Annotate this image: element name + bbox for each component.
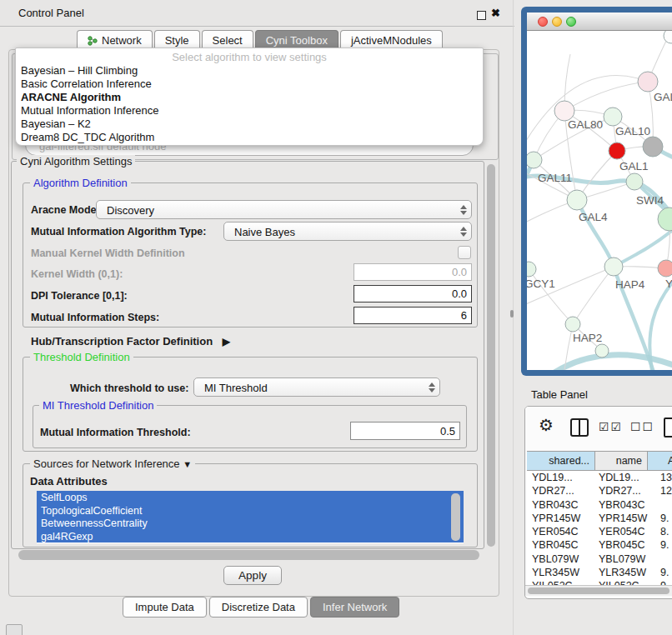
node-gal10 (604, 108, 622, 126)
node-gal-pink (638, 72, 658, 92)
algorithm-definition-title: Algorithm Definition (30, 177, 131, 189)
node-label: Y (665, 278, 672, 290)
table-panel: ⚙ ☑☑ ☐☐ shared... name A YDL19...YDL19..… (524, 406, 672, 599)
aracne-mode-combo[interactable]: Discovery (96, 200, 472, 219)
dropdown-option-selected[interactable]: ARACNE Algorithm (19, 91, 479, 104)
bottom-left-widget[interactable] (6, 624, 23, 635)
column-header[interactable]: name (595, 452, 648, 470)
select-all-checks-icon[interactable]: ☑☑ (599, 420, 623, 433)
data-attributes-label: Data Attributes (30, 475, 108, 488)
hub-definition-toggle[interactable]: Hub/Transcription Factor Definition ▶ (31, 335, 230, 348)
manual-kernel-width-checkbox[interactable] (458, 246, 471, 259)
float-panel-icon[interactable] (477, 11, 486, 20)
table-horizontal-scrollbar[interactable] (525, 585, 672, 596)
mi-threshold-input[interactable] (350, 422, 460, 440)
dropdown-option[interactable]: Dream8 DC_TDC Algorithm (19, 131, 479, 144)
dpi-tolerance-input[interactable] (354, 285, 472, 302)
mi-algorithm-type-combo[interactable]: Naive Bayes (223, 222, 472, 241)
list-item[interactable]: SelfLoops (37, 491, 464, 504)
table-row[interactable]: YBL079WYBL079W (527, 552, 672, 566)
table-row[interactable]: YBR043CYBR043C (527, 498, 672, 512)
tab-infer-network[interactable]: Infer Network (310, 597, 399, 618)
dropdown-option[interactable]: Basic Correlation Inference (19, 78, 479, 91)
close-icon[interactable]: ✖ (491, 7, 500, 19)
mi-steps-label: Mutual Information Steps: (31, 312, 159, 323)
node (664, 31, 672, 43)
node-label: GAL11 (538, 172, 572, 184)
dropdown-placeholder: Select algorithm to view settings (16, 51, 483, 63)
zoom-traffic-light[interactable] (566, 17, 576, 27)
node-gal4 (567, 190, 587, 210)
dropdown-option[interactable]: Bayesian – Hill Climbing (19, 64, 479, 78)
mi-threshold-label: Mutual Information Threshold: (40, 427, 191, 438)
node-swi4 (658, 208, 672, 231)
algorithm-dropdown-popup: Select algorithm to view settings Bayesi… (15, 48, 484, 146)
node-gal11 (527, 152, 542, 168)
deselect-all-checks-icon[interactable]: ☐☐ (630, 420, 654, 433)
table-row[interactable]: YPR145WYPR145W9. (527, 512, 672, 525)
list-item[interactable]: BetweennessCentrality (37, 517, 464, 530)
network-window-titlebar[interactable] (527, 12, 672, 31)
node-gal1-red (609, 142, 625, 159)
close-traffic-light[interactable] (538, 17, 548, 27)
node-label: GAL1 (619, 160, 649, 172)
table-row[interactable]: YDR27...YDR27...12 (527, 484, 672, 498)
node-label: GAL10 (615, 125, 650, 138)
scrollbar-thumb[interactable] (528, 588, 669, 594)
table-row[interactable]: YBR045CYBR045C9. (527, 538, 672, 552)
aracne-mode-label: Aracne Mode: (31, 204, 100, 216)
splitter-handle[interactable] (510, 310, 514, 318)
network-canvas[interactable]: GAL GAL80 GAL10 GAL1 GAL11 GAL4 SWI4 GCY… (527, 31, 672, 370)
apply-button[interactable]: Apply (223, 566, 282, 585)
table-panel-title: Table Panel (531, 388, 588, 401)
node-label: GAL (654, 91, 672, 103)
gear-icon[interactable]: ⚙ (539, 417, 554, 433)
node-hap4 (604, 258, 623, 276)
attributes-scrollbar[interactable] (451, 493, 460, 541)
dropdown-option[interactable]: Bayesian – K2 (19, 118, 479, 131)
document-icon[interactable] (664, 418, 672, 438)
network-icon (88, 36, 98, 48)
network-window: GAL GAL80 GAL10 GAL1 GAL11 GAL4 SWI4 GCY… (527, 12, 672, 370)
table-row[interactable]: YLR345WYLR345W9. (527, 566, 672, 579)
dropdown-option[interactable]: Mutual Information Inference (19, 104, 479, 118)
which-threshold-label: Which threshold to use: (70, 382, 188, 394)
mi-threshold-definition-title: MI Threshold Definition (39, 399, 157, 412)
tab-discretize-data[interactable]: Discretize Data (209, 597, 308, 618)
columns-icon[interactable] (570, 418, 589, 437)
node-label: GAL4 (579, 211, 608, 223)
table-row[interactable]: YER054CYER054C8. (527, 525, 672, 538)
node-gcy1 (527, 262, 536, 277)
mi-algorithm-type-label: Mutual Information Algorithm Type: (31, 226, 206, 238)
combo-arrows-icon (459, 204, 467, 216)
node-label: HAP2 (573, 332, 602, 344)
settings-vertical-scrollbar[interactable] (487, 164, 495, 547)
sources-group-title[interactable]: Sources for Network Inference ▼ (30, 458, 195, 470)
minimize-traffic-light[interactable] (552, 17, 562, 27)
tab-impute-data[interactable]: Impute Data (123, 597, 207, 618)
screen: Control Panel ✖ Network Style Select Cyn… (0, 0, 672, 635)
column-header[interactable]: shared... (527, 452, 595, 470)
panel-splitter[interactable] (513, 0, 514, 635)
node-label: SWI4 (636, 194, 664, 207)
table-toolbar: ⚙ ☑☑ ☐☐ (525, 407, 672, 450)
mi-steps-input[interactable] (354, 307, 472, 324)
kernel-width-label: Kernel Width (0,1): (31, 268, 123, 280)
kernel-width-input[interactable] (354, 263, 472, 281)
expand-right-icon: ▶ (223, 336, 230, 348)
combo-arrows-icon (459, 226, 467, 238)
manual-kernel-width-label: Manual Kernel Width Definition (31, 248, 185, 259)
settings-horizontal-scrollbar[interactable] (18, 550, 479, 560)
node-hap2 (565, 317, 580, 332)
data-attributes-list: SelfLoops TopologicalCoefficient Between… (37, 491, 464, 543)
settings-group-title: Cyni Algorithm Settings (17, 155, 135, 168)
column-header[interactable]: A (648, 452, 672, 470)
network-window-frame: GAL GAL80 GAL10 GAL1 GAL11 GAL4 SWI4 GCY… (521, 7, 672, 376)
dpi-tolerance-label: DPI Tolerance [0,1]: (31, 290, 128, 302)
table-rows: YDL19...YDL19...13 YDR27...YDR27...12 YB… (527, 471, 672, 586)
which-threshold-combo[interactable]: MI Threshold (193, 378, 440, 397)
table-row[interactable]: YDL19...YDL19...13 (527, 471, 672, 484)
list-item[interactable]: TopologicalCoefficient (37, 504, 464, 518)
node (595, 344, 609, 358)
list-item[interactable]: gal4RGexp (37, 530, 464, 543)
